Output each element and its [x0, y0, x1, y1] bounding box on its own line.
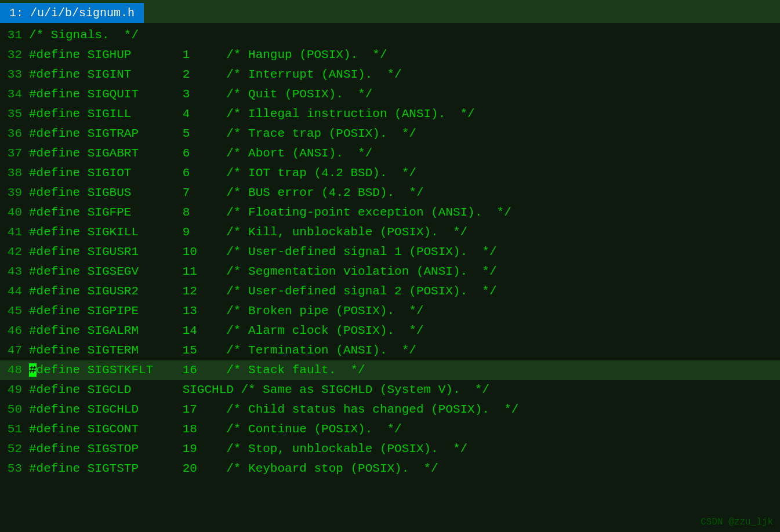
line-number: 34	[0, 85, 29, 104]
line-text: #define SIGCLD SIGCHLD /* Same as SIGCHL…	[29, 380, 489, 400]
code-line: 43#define SIGSEGV 11 /* Segmentation vio…	[0, 262, 780, 282]
code-line: 42#define SIGUSR1 10 /* User-defined sig…	[0, 242, 780, 262]
line-text: #define SIGCONT 18 /* Continue (POSIX). …	[29, 420, 402, 439]
line-number: 44	[0, 282, 29, 301]
line-text: #define SIGTRAP 5 /* Trace trap (POSIX).…	[29, 124, 416, 144]
line-number: 38	[0, 163, 29, 183]
editor-container: 1: /u/i/b/signum.h 31/* Signals. */32#de…	[0, 0, 780, 532]
code-line: 33#define SIGINT 2 /* Interrupt (ANSI). …	[0, 65, 780, 85]
code-area: 31/* Signals. */32#define SIGHUP 1 /* Ha…	[0, 23, 780, 481]
line-text: #define SIGKILL 9 /* Kill, unblockable (…	[29, 223, 467, 242]
line-number: 51	[0, 420, 29, 439]
line-text: #define SIGALRM 14 /* Alarm clock (POSIX…	[29, 321, 424, 341]
line-number: 35	[0, 104, 29, 124]
code-line: 47#define SIGTERM 15 /* Termination (ANS…	[0, 341, 780, 360]
line-number: 41	[0, 223, 29, 242]
code-line: 52#define SIGSTOP 19 /* Stop, unblockabl…	[0, 439, 780, 459]
line-number: 36	[0, 124, 29, 144]
code-line: 32#define SIGHUP 1 /* Hangup (POSIX). */	[0, 45, 780, 65]
line-text: #define SIGSTKFLT 16 /* Stack fault. */	[29, 360, 365, 380]
file-tab[interactable]: 1: /u/i/b/signum.h	[0, 3, 144, 23]
code-line: 45#define SIGPIPE 13 /* Broken pipe (POS…	[0, 301, 780, 321]
code-line: 34#define SIGQUIT 3 /* Quit (POSIX). */	[0, 85, 780, 104]
line-number: 31	[0, 25, 29, 45]
code-line: 53#define SIGTSTP 20 /* Keyboard stop (P…	[0, 459, 780, 479]
line-number: 46	[0, 321, 29, 341]
line-text: /* Signals. */	[29, 25, 139, 45]
line-text: #define SIGINT 2 /* Interrupt (ANSI). */	[29, 65, 402, 85]
line-text: #define SIGTSTP 20 /* Keyboard stop (POS…	[29, 459, 438, 479]
line-number: 43	[0, 262, 29, 282]
line-number: 52	[0, 439, 29, 459]
code-line: 36#define SIGTRAP 5 /* Trace trap (POSIX…	[0, 124, 780, 144]
code-line: 48#define SIGSTKFLT 16 /* Stack fault. *…	[0, 360, 780, 380]
line-number: 45	[0, 301, 29, 321]
line-text: #define SIGUSR2 12 /* User-defined signa…	[29, 282, 497, 301]
line-number: 42	[0, 242, 29, 262]
line-text: #define SIGABRT 6 /* Abort (ANSI). */	[29, 144, 372, 163]
line-text: #define SIGBUS 7 /* BUS error (4.2 BSD).…	[29, 183, 424, 203]
line-text: #define SIGCHLD 17 /* Child status has c…	[29, 400, 518, 420]
code-line: 37#define SIGABRT 6 /* Abort (ANSI). */	[0, 144, 780, 163]
code-line: 41#define SIGKILL 9 /* Kill, unblockable…	[0, 223, 780, 242]
tab-bar: 1: /u/i/b/signum.h	[0, 0, 780, 23]
line-number: 40	[0, 203, 29, 223]
line-number: 48	[0, 360, 29, 380]
line-number: 32	[0, 45, 29, 65]
code-line: 40#define SIGFPE 8 /* Floating-point exc…	[0, 203, 780, 223]
line-text: #define SIGIOT 6 /* IOT trap (4.2 BSD). …	[29, 163, 416, 183]
line-text: #define SIGUSR1 10 /* User-defined signa…	[29, 242, 497, 262]
line-text: #define SIGSTOP 19 /* Stop, unblockable …	[29, 439, 467, 459]
code-line: 50#define SIGCHLD 17 /* Child status has…	[0, 400, 780, 420]
line-number: 37	[0, 144, 29, 163]
code-line: 44#define SIGUSR2 12 /* User-defined sig…	[0, 282, 780, 301]
code-line: 51#define SIGCONT 18 /* Continue (POSIX)…	[0, 420, 780, 439]
line-number: 39	[0, 183, 29, 203]
code-line: 39#define SIGBUS 7 /* BUS error (4.2 BSD…	[0, 183, 780, 203]
line-text: #define SIGHUP 1 /* Hangup (POSIX). */	[29, 45, 387, 65]
line-number: 53	[0, 459, 29, 479]
code-line: 38#define SIGIOT 6 /* IOT trap (4.2 BSD)…	[0, 163, 780, 183]
line-number: 50	[0, 400, 29, 420]
code-line: 46#define SIGALRM 14 /* Alarm clock (POS…	[0, 321, 780, 341]
line-number: 49	[0, 380, 29, 400]
line-number: 33	[0, 65, 29, 85]
code-line: 31/* Signals. */	[0, 25, 780, 45]
line-text: #define SIGQUIT 3 /* Quit (POSIX). */	[29, 85, 372, 104]
line-text: #define SIGPIPE 13 /* Broken pipe (POSIX…	[29, 301, 424, 321]
watermark: CSDN @zzu_ljk	[701, 517, 773, 527]
code-line: 35#define SIGILL 4 /* Illegal instructio…	[0, 104, 780, 124]
line-text: #define SIGSEGV 11 /* Segmentation viola…	[29, 262, 497, 282]
line-text: #define SIGILL 4 /* Illegal instruction …	[29, 104, 475, 124]
line-text: #define SIGTERM 15 /* Termination (ANSI)…	[29, 341, 416, 360]
code-line: 49#define SIGCLD SIGCHLD /* Same as SIGC…	[0, 380, 780, 400]
line-number: 47	[0, 341, 29, 360]
line-text: #define SIGFPE 8 /* Floating-point excep…	[29, 203, 511, 223]
